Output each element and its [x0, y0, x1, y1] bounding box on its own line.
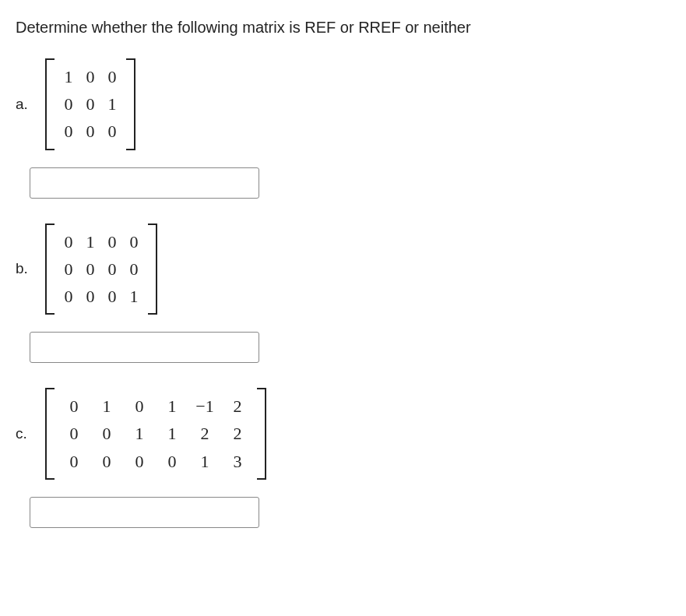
matrix-cell: 0	[101, 283, 123, 310]
matrix-cell: 0	[58, 420, 90, 447]
matrix-cell: −1	[188, 392, 221, 420]
matrix-cell: 0	[90, 448, 123, 475]
matrix-cell: 0	[79, 255, 101, 283]
matrix-cell: 0	[58, 392, 90, 420]
matrix-cell: 1	[90, 392, 123, 420]
matrix-cell: 0	[101, 228, 123, 255]
matrix-cell: 1	[156, 420, 188, 447]
matrix-cell: 0	[58, 228, 79, 255]
matrix-cell: 0	[58, 283, 79, 310]
problem-b: b. 010000000001	[16, 224, 670, 364]
matrix-cell: 0	[123, 228, 145, 255]
bracket-right-icon	[126, 58, 135, 150]
bracket-left-icon	[45, 58, 55, 150]
matrix-cell: 0	[101, 118, 123, 145]
matrix-cell: 0	[79, 283, 101, 310]
label-b: b.	[16, 260, 45, 277]
matrix-a: 100001000	[45, 58, 135, 150]
matrix-cell: 2	[221, 420, 254, 447]
matrix-cell: 1	[101, 90, 123, 118]
matrix-cell: 3	[221, 448, 254, 475]
matrix-cell: 0	[58, 90, 79, 118]
matrix-cell: 0	[90, 420, 123, 447]
matrix-cell: 0	[123, 448, 156, 475]
answer-input-c[interactable]	[30, 497, 259, 528]
matrix-cell: 1	[188, 448, 221, 475]
label-a: a.	[16, 96, 45, 113]
matrix-cell: 0	[101, 255, 123, 283]
bracket-right-icon	[257, 388, 266, 480]
matrix-cell: 1	[79, 228, 101, 255]
matrix-cell: 0	[156, 448, 188, 475]
matrix-cell: 1	[156, 392, 188, 420]
matrix-cell: 0	[123, 255, 145, 283]
matrix-cell: 0	[123, 392, 156, 420]
bracket-left-icon	[45, 388, 55, 480]
bracket-right-icon	[148, 224, 157, 315]
matrix-cell: 0	[58, 118, 79, 145]
problem-a: a. 100001000	[16, 58, 670, 199]
matrix-cell: 2	[188, 420, 221, 447]
matrix-cell: 0	[79, 118, 101, 145]
matrix-b: 010000000001	[45, 224, 157, 315]
matrix-cell: 0	[58, 255, 79, 283]
label-c: c.	[16, 425, 45, 442]
matrix-cell: 0	[79, 63, 101, 90]
matrix-cell: 1	[123, 283, 145, 310]
matrix-cell: 0	[58, 448, 90, 475]
answer-input-a[interactable]	[30, 167, 259, 199]
bracket-left-icon	[45, 224, 55, 315]
matrix-cell: 0	[79, 90, 101, 118]
matrix-cell: 1	[123, 420, 156, 447]
problem-c: c. 0101−12001122000013	[16, 388, 670, 528]
question-text: Determine whether the following matrix i…	[16, 19, 670, 37]
matrix-c: 0101−12001122000013	[45, 388, 266, 480]
matrix-cell: 2	[221, 392, 254, 420]
matrix-cell: 1	[58, 63, 79, 90]
matrix-cell: 0	[101, 63, 123, 90]
answer-input-b[interactable]	[30, 332, 259, 363]
